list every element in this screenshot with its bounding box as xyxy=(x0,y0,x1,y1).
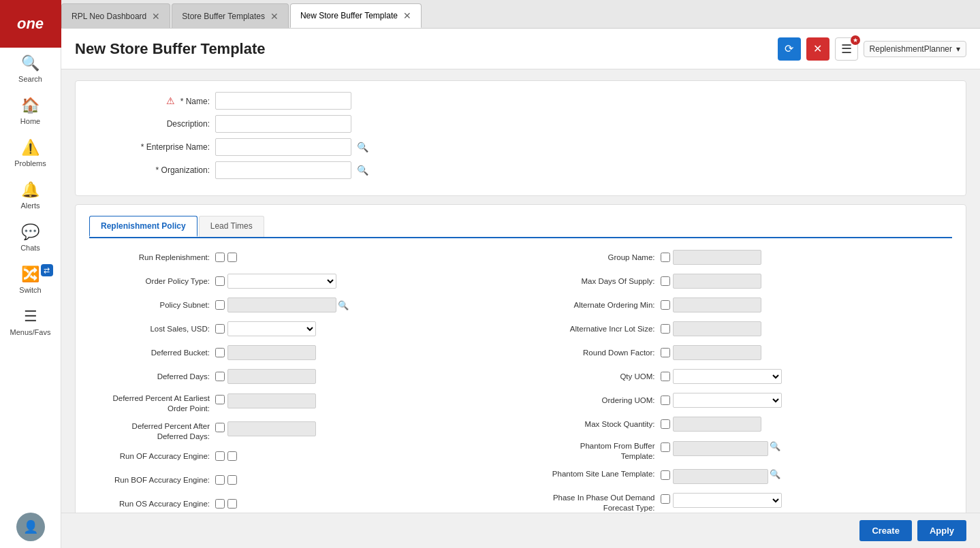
round-down-factor-row: Round Down Factor: xyxy=(531,343,953,362)
sidebar-item-search[interactable]: 🔍 Search xyxy=(0,48,61,90)
ordering-uom-select[interactable] xyxy=(673,393,782,408)
phantom-from-buffer-row: Phantom From BufferTemplate: 🔍 xyxy=(531,438,953,462)
sidebar-item-chats[interactable]: 💬 Chats xyxy=(0,216,61,259)
create-button[interactable]: Create xyxy=(859,520,911,541)
run-os-accuracy-checkbox1[interactable] xyxy=(215,499,225,509)
run-bof-accuracy-checkbox2[interactable] xyxy=(227,475,237,485)
phantom-from-buffer-search-icon[interactable]: 🔍 xyxy=(770,441,780,451)
run-of-accuracy-checkbox2[interactable] xyxy=(227,451,237,461)
max-stock-quantity-input[interactable] xyxy=(673,417,761,432)
deferred-percent-after-input[interactable] xyxy=(227,421,316,436)
max-days-supply-input[interactable] xyxy=(673,274,761,289)
tab-close-store-buffer[interactable]: ✕ xyxy=(270,12,279,21)
enterprise-search-icon[interactable]: 🔍 xyxy=(354,139,370,155)
menu-icon: ☰ xyxy=(24,308,37,325)
organization-search-icon[interactable]: 🔍 xyxy=(354,162,370,178)
run-bof-accuracy-checkbox1[interactable] xyxy=(215,475,225,485)
phantom-site-lane-search-icon[interactable]: 🔍 xyxy=(770,469,780,479)
bottom-bar: Create Apply xyxy=(61,513,980,548)
phantom-from-buffer-checkbox[interactable] xyxy=(661,442,670,452)
max-stock-quantity-checkbox[interactable] xyxy=(661,419,670,429)
phantom-from-buffer-input[interactable] xyxy=(673,441,768,456)
tab-close-new-store-buffer[interactable]: ✕ xyxy=(403,11,411,20)
deferred-percent-earliest-checkbox[interactable] xyxy=(215,395,225,404)
round-down-factor-checkbox[interactable] xyxy=(661,348,670,357)
deferred-bucket-checkbox[interactable] xyxy=(215,348,225,357)
cancel-button[interactable]: ✕ xyxy=(806,37,829,61)
description-input[interactable] xyxy=(215,115,351,133)
sidebar-item-home[interactable]: 🏠 Home xyxy=(0,90,61,132)
enterprise-name-row: * Enterprise Name: 🔍 xyxy=(89,138,952,156)
sidebar-item-menus[interactable]: ☰ Menus/Favs xyxy=(0,301,61,343)
policy-subnet-checkbox[interactable] xyxy=(215,300,225,310)
user-avatar[interactable]: 👤 xyxy=(16,513,45,541)
run-of-accuracy-row: Run OF Accuracy Engine: xyxy=(89,447,511,466)
refresh-button[interactable]: ⟳ xyxy=(778,37,801,61)
user-dropdown[interactable]: ReplenishmentPlanner ▾ xyxy=(864,41,966,57)
run-bof-accuracy-row: Run BOF Accuracy Engine: xyxy=(89,470,511,489)
alternate-ordering-min-input[interactable] xyxy=(673,297,761,312)
deferred-percent-after-row: Deferred Percent AfterDeferred Days: xyxy=(89,419,511,442)
run-replenishment-row: Run Replenishment: xyxy=(89,248,511,267)
policy-right: Group Name: Max Days Of Supply: Alternat… xyxy=(531,248,953,513)
phantom-site-lane-input[interactable] xyxy=(673,469,768,484)
name-label: ⚠ * Name: xyxy=(89,95,215,106)
main-content: RPL Neo Dashboard ✕ Store Buffer Templat… xyxy=(61,0,980,548)
order-policy-type-checkbox[interactable] xyxy=(215,276,225,286)
max-days-supply-checkbox[interactable] xyxy=(661,276,670,286)
phase-in-demand-forecast-checkbox[interactable] xyxy=(661,494,670,504)
ordering-uom-checkbox[interactable] xyxy=(661,396,670,405)
run-replenishment-checkbox2[interactable] xyxy=(227,253,237,262)
tab-close-dashboard[interactable]: ✕ xyxy=(152,12,160,21)
tab-store-buffer-templates[interactable]: Store Buffer Templates ✕ xyxy=(172,3,289,28)
alternative-incr-lot-checkbox[interactable] xyxy=(661,324,670,334)
content-area: ⚠ * Name: Description: * Enterprise Name… xyxy=(61,69,980,513)
switch-icon: 🔀 xyxy=(21,265,39,283)
tab-dashboard[interactable]: RPL Neo Dashboard ✕ xyxy=(61,3,170,28)
group-name-input[interactable] xyxy=(673,250,761,265)
deferred-percent-earliest-input[interactable] xyxy=(227,393,316,408)
enterprise-name-input[interactable] xyxy=(215,138,351,156)
sidebar-item-alerts[interactable]: 🔔 Alerts xyxy=(0,174,61,216)
lost-sales-checkbox[interactable] xyxy=(215,324,225,334)
policy-grid: Run Replenishment: Order Policy Type: Po… xyxy=(89,248,952,513)
warning-icon: ⚠️ xyxy=(21,139,39,157)
sidebar-item-switch[interactable]: 🔀 Switch ⇄ xyxy=(0,259,61,301)
phase-in-demand-forecast-row: Phase In Phase Out DemandForecast Type: xyxy=(531,490,953,513)
tab-lead-times[interactable]: Lead Times xyxy=(199,216,264,237)
policy-subnet-search-icon[interactable]: 🔍 xyxy=(338,300,349,310)
run-of-accuracy-checkbox1[interactable] xyxy=(215,451,225,461)
alternate-ordering-min-row: Alternate Ordering Min: xyxy=(531,295,953,315)
sidebar-item-problems[interactable]: ⚠️ Problems xyxy=(0,132,61,174)
apply-button[interactable]: Apply xyxy=(917,520,966,541)
menu-button[interactable]: ☰ ★ xyxy=(835,37,858,61)
qty-uom-checkbox[interactable] xyxy=(661,372,670,381)
qty-uom-row: Qty UOM: xyxy=(531,367,953,386)
policy-left: Run Replenishment: Order Policy Type: Po… xyxy=(89,248,511,513)
round-down-factor-input[interactable] xyxy=(673,345,761,360)
group-name-checkbox[interactable] xyxy=(661,253,670,262)
lost-sales-select[interactable] xyxy=(227,321,316,336)
name-input[interactable] xyxy=(215,92,351,110)
policy-subnet-input[interactable] xyxy=(227,297,336,312)
order-policy-type-select[interactable] xyxy=(227,274,336,289)
deferred-bucket-input[interactable] xyxy=(227,345,316,360)
order-policy-type-row: Order Policy Type: xyxy=(89,272,511,291)
phantom-site-lane-checkbox[interactable] xyxy=(661,470,670,480)
deferred-days-checkbox[interactable] xyxy=(215,372,225,381)
deferred-percent-after-checkbox[interactable] xyxy=(215,423,225,432)
alternate-ordering-min-checkbox[interactable] xyxy=(661,300,670,310)
tab-replenishment-policy[interactable]: Replenishment Policy xyxy=(89,216,197,237)
lost-sales-row: Lost Sales, USD: xyxy=(89,319,511,338)
deferred-days-input[interactable] xyxy=(227,369,316,384)
app-logo[interactable]: one xyxy=(0,0,61,48)
search-icon: 🔍 xyxy=(21,54,39,72)
run-os-accuracy-checkbox2[interactable] xyxy=(227,499,237,509)
qty-uom-select[interactable] xyxy=(673,369,782,384)
chevron-down-icon: ▾ xyxy=(956,44,960,54)
phase-in-demand-forecast-select[interactable] xyxy=(673,493,782,508)
tab-new-store-buffer-template[interactable]: New Store Buffer Template ✕ xyxy=(290,3,422,28)
run-replenishment-checkbox1[interactable] xyxy=(215,253,225,262)
organization-input[interactable] xyxy=(215,161,351,179)
alternative-incr-lot-input[interactable] xyxy=(673,321,761,336)
